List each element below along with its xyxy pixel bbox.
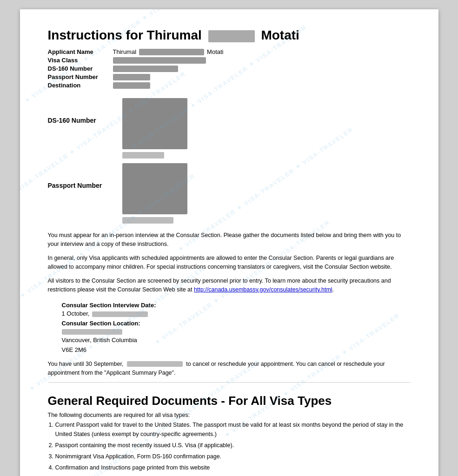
doc-item-5: One 5 x 5 cm (or 2" x 2") color photo ta… bbox=[55, 474, 411, 476]
body-paragraph-1: You must appear for an in-person intervi… bbox=[48, 231, 411, 249]
interview-date-label: Consular Section Interview Date: bbox=[62, 301, 411, 309]
passport-row: Passport Number bbox=[48, 73, 411, 80]
document-page: ✦ VISA-TRAVELER ✦ VISA-TRAVELER ✦ VISA-T… bbox=[20, 9, 438, 476]
title-suffix: Motati bbox=[261, 28, 299, 42]
passport-number-bar bbox=[122, 217, 173, 224]
body-paragraph-3: All visitors to the Consular Section are… bbox=[48, 277, 411, 295]
ds160-image-block: DS-160 Number bbox=[48, 98, 411, 159]
visa-class-label: Visa Class bbox=[48, 57, 113, 64]
interview-location-redacted bbox=[62, 329, 122, 335]
interview-location-redacted-row bbox=[62, 327, 411, 336]
ds160-section-label: DS-160 Number bbox=[48, 98, 122, 124]
doc-item-1: Current Passport valid for travel to the… bbox=[55, 420, 411, 439]
reschedule-text: You have until 30 September, to cancel o… bbox=[48, 360, 411, 378]
ds160-label: DS-160 Number bbox=[48, 65, 113, 72]
passport-redacted bbox=[113, 74, 150, 80]
reschedule-date-redacted bbox=[127, 361, 183, 367]
passport-photo bbox=[122, 163, 187, 214]
interview-date-value: 1 October, bbox=[62, 309, 411, 319]
ds160-redacted bbox=[113, 66, 178, 72]
applicant-name-suffix: Motati bbox=[207, 48, 223, 55]
ds160-image-content bbox=[122, 98, 187, 159]
interview-postal: V6E 2M6 bbox=[62, 345, 411, 355]
ds160-photo bbox=[122, 98, 187, 149]
ds160-number-bar bbox=[122, 152, 164, 159]
applicant-name-row: Applicant Name Thirumal Motati bbox=[48, 48, 411, 55]
title-prefix: Instructions for Thirumal bbox=[48, 28, 202, 42]
destination-redacted bbox=[113, 82, 150, 89]
section-divider bbox=[48, 382, 411, 383]
doc-item-4: Confirmation and Instructions page print… bbox=[55, 463, 411, 472]
applicant-name-label: Applicant Name bbox=[48, 48, 113, 55]
destination-row: Destination bbox=[48, 82, 411, 89]
passport-section-label: Passport Number bbox=[48, 163, 122, 189]
title-redacted bbox=[208, 30, 255, 42]
visa-class-redacted bbox=[113, 57, 206, 64]
section2-title: General Required Documents - For All Vis… bbox=[48, 394, 411, 408]
passport-label: Passport Number bbox=[48, 73, 113, 80]
destination-label: Destination bbox=[48, 82, 113, 89]
reschedule-prefix: You have until 30 September, bbox=[48, 361, 124, 367]
interview-section: Consular Section Interview Date: 1 Octob… bbox=[62, 301, 411, 355]
info-table: Applicant Name Thirumal Motati Visa Clas… bbox=[48, 48, 411, 89]
interview-city: Vancouver, British Columbia bbox=[62, 336, 411, 345]
security-url[interactable]: http://canada.usembassy.gov/consulates/s… bbox=[194, 286, 332, 293]
passport-image-block: Passport Number bbox=[48, 163, 411, 224]
doc-list-intro: The following documents are required for… bbox=[48, 412, 411, 418]
document-list: Current Passport valid for travel to the… bbox=[48, 420, 411, 476]
interview-location-label: Consular Section Location: bbox=[62, 319, 411, 327]
doc-item-2: Passport containing the most recently is… bbox=[55, 441, 411, 450]
interview-date-redacted bbox=[92, 311, 148, 317]
passport-image-content bbox=[122, 163, 187, 224]
page-title: Instructions for Thirumal Motati bbox=[48, 28, 411, 43]
applicant-name-prefix: Thirumal bbox=[113, 48, 137, 55]
ds160-row: DS-160 Number bbox=[48, 65, 411, 72]
visa-class-row: Visa Class bbox=[48, 57, 411, 64]
body-paragraph-2: In general, only Visa applicants with sc… bbox=[48, 254, 411, 272]
doc-item-3: Nonimmigrant Visa Application, Form DS-1… bbox=[55, 452, 411, 461]
applicant-name-redacted bbox=[139, 49, 204, 55]
